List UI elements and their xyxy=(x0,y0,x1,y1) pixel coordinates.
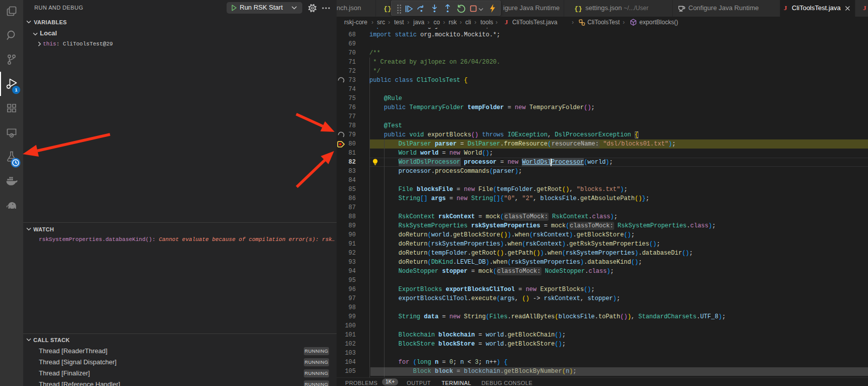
svg-text:{}: {} xyxy=(384,5,391,12)
svg-text:{}: {} xyxy=(574,5,582,12)
